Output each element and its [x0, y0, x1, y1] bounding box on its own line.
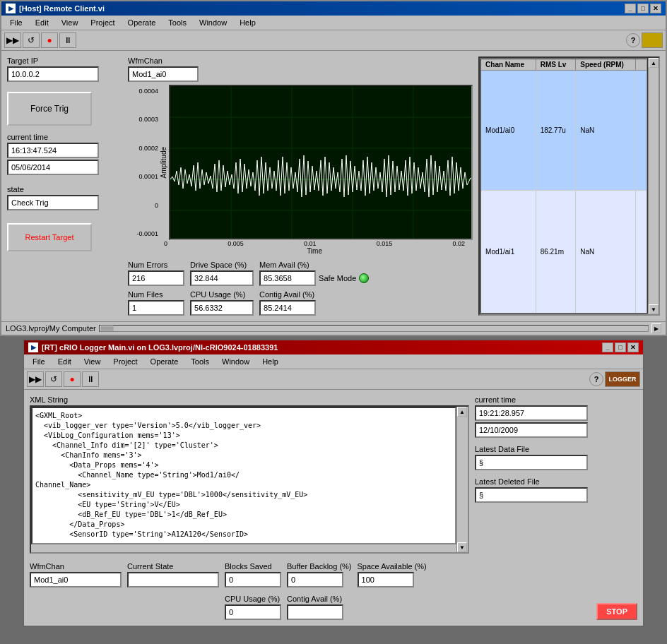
menu-help-2[interactable]: Help [256, 356, 284, 367]
scroll-thumb-h-1[interactable] [100, 326, 114, 331]
w1-left-panel: Target IP Force Trig current time state … [7, 56, 122, 316]
y-label-2: 0 [155, 202, 158, 209]
menu-help-1[interactable]: Help [234, 17, 261, 28]
col-speed: Speed (RPM) [576, 59, 636, 71]
window-controls-1[interactable]: _ □ ✕ [625, 4, 661, 13]
stop-btn-2[interactable]: ● [64, 371, 81, 387]
table-row-1: Mod1/ai0 182.77u NaN [480, 71, 647, 191]
cell-rms-2: 86.21m [536, 190, 576, 314]
scrollbar-h-1[interactable] [99, 325, 649, 332]
wfm-chan-label-2: WfmChan [30, 562, 122, 571]
scroll-up-1[interactable]: ▲ [649, 58, 659, 68]
scroll-track-1[interactable] [649, 68, 659, 304]
menu-project-2[interactable]: Project [107, 356, 143, 367]
help-btn-1[interactable]: ? [626, 33, 640, 47]
menu-window-1[interactable]: Window [194, 17, 232, 28]
close-btn-1[interactable]: ✕ [650, 4, 661, 13]
contig-avail-group-1: Contig Avail (%) [259, 290, 316, 316]
num-errors-label: Num Errors [128, 261, 184, 269]
blocks-saved-section: Blocks Saved [225, 562, 281, 588]
menu-bar-1: File Edit View Project Operate Tools Win… [1, 16, 666, 30]
xml-scroll-up[interactable]: ▲ [457, 407, 467, 417]
current-time-label-2: current time [475, 395, 637, 404]
num-errors-input [128, 270, 184, 286]
num-files-group: Num Files [128, 290, 184, 316]
menu-edit-1[interactable]: Edit [30, 17, 54, 28]
toolbar-2: ▶▶ ↺ ● ⏸ ? LOGGER [24, 369, 643, 390]
latest-deleted-file-input[interactable] [475, 487, 588, 503]
menu-file-2[interactable]: File [27, 356, 51, 367]
logger-badge-1 [642, 32, 663, 48]
refresh-btn-2[interactable]: ↺ [45, 371, 62, 387]
cell-speed-2: NaN [576, 190, 636, 314]
current-time-group: current time [7, 133, 122, 175]
x-label-2: 0.005 [228, 240, 244, 247]
cpu-usage-label-1: CPU Usage (%) [190, 290, 254, 299]
xml-content: <GXML_Root> <vib_logger_ver type='Versio… [35, 412, 307, 538]
xml-text-area[interactable]: <GXML_Root> <vib_logger_ver type='Versio… [31, 407, 456, 544]
blocks-saved-label: Blocks Saved [225, 562, 281, 571]
maximize-btn-2[interactable]: □ [615, 342, 626, 352]
restart-target-button[interactable]: Restart Target [7, 223, 92, 251]
close-btn-2[interactable]: ✕ [627, 342, 639, 352]
menu-view-1[interactable]: View [56, 17, 84, 28]
refresh-btn-1[interactable]: ↺ [23, 32, 40, 48]
run-btn-2[interactable]: ▶▶ [27, 371, 44, 387]
menu-file-1[interactable]: File [4, 17, 28, 28]
menu-operate-2[interactable]: Operate [145, 356, 184, 367]
space-available-input [358, 572, 414, 588]
menu-tools-2[interactable]: Tools [185, 356, 215, 367]
cpu-usage-input-1 [190, 300, 254, 316]
menu-project-1[interactable]: Project [85, 17, 120, 28]
minimize-btn-1[interactable]: _ [625, 4, 636, 13]
minimize-btn-2[interactable]: _ [602, 342, 613, 352]
wfm-chan-input-2[interactable] [30, 572, 122, 588]
safe-mode-label: Safe Mode [319, 274, 356, 282]
y-label-6: 0.0004 [139, 88, 159, 95]
title-bar-2: ▶ [RT] cRIO Logger Main.vi on LOG3.lvpro… [24, 340, 643, 354]
stop-btn-group: STOP [596, 595, 637, 620]
menu-view-2[interactable]: View [78, 356, 107, 367]
stop-button[interactable]: STOP [596, 603, 637, 620]
w2-main-content: XML String <GXML_Root> <vib_logger_ver t… [24, 390, 643, 559]
contig-avail-label-1: Contig Avail (%) [259, 290, 316, 299]
pause-btn-2[interactable]: ⏸ [82, 371, 99, 387]
space-available-label: Space Available (%) [358, 562, 427, 571]
xml-scroll-down[interactable]: ▼ [457, 542, 467, 552]
window1: ▶ [Host] Remote Client.vi _ □ ✕ File Edi… [0, 0, 667, 336]
scroll-right-1[interactable]: ▶ [651, 323, 661, 333]
stats-area: Num Errors Drive Space (%) Mem Avail (%)… [128, 261, 473, 286]
w1-right-panel: Chan Name RMS Lv Speed (RPM) Mod1/ai0 18… [478, 56, 660, 316]
xml-scroll-track[interactable] [457, 417, 468, 542]
chart-with-yaxis: 0.0004 0.0003 0.0002 0.0001 0 -0.0001 Am… [128, 85, 473, 240]
menu-operate-1[interactable]: Operate [122, 17, 162, 28]
y-label-3: 0.0001 [139, 173, 159, 180]
pause-btn-1[interactable]: ⏸ [59, 32, 76, 48]
table-header-row: Chan Name RMS Lv Speed (RPM) [480, 59, 647, 71]
menu-window-2[interactable]: Window [216, 356, 255, 367]
cell-chan-1: Mod1/ai0 [480, 71, 536, 191]
scroll-cell-1 [636, 71, 647, 191]
help-btn-2[interactable]: ? [589, 372, 603, 386]
col-rms-lv: RMS Lv [536, 59, 576, 71]
logger-badge-2: LOGGER [605, 371, 640, 387]
waveform-chart[interactable] [169, 85, 473, 240]
bottom-path-1: LOG3.lvproj/My Computer [6, 324, 96, 333]
xml-scrollbar[interactable]: ▲ ▼ [456, 407, 468, 552]
wfm-chan-input[interactable] [128, 66, 199, 82]
target-ip-input[interactable] [7, 66, 99, 82]
toolbar-1: ▶▶ ↺ ● ⏸ ? [1, 30, 666, 51]
mem-avail-input [259, 270, 316, 286]
window-controls-2[interactable]: _ □ ✕ [602, 342, 639, 352]
title-bar-left-1: ▶ [Host] Remote Client.vi [6, 4, 105, 13]
menu-edit-2[interactable]: Edit [52, 356, 77, 367]
maximize-btn-1[interactable]: □ [637, 4, 649, 13]
table-scrollbar[interactable]: ▲ ▼ [648, 58, 659, 314]
menu-tools-1[interactable]: Tools [163, 17, 192, 28]
latest-data-file-input[interactable] [475, 455, 588, 470]
run-btn-1[interactable]: ▶▶ [4, 32, 21, 48]
scroll-down-1[interactable]: ▼ [649, 304, 659, 314]
force-trig-button[interactable]: Force Trig [7, 92, 92, 126]
stop-btn-1[interactable]: ● [41, 32, 58, 48]
buffer-backlog-input [287, 572, 343, 588]
